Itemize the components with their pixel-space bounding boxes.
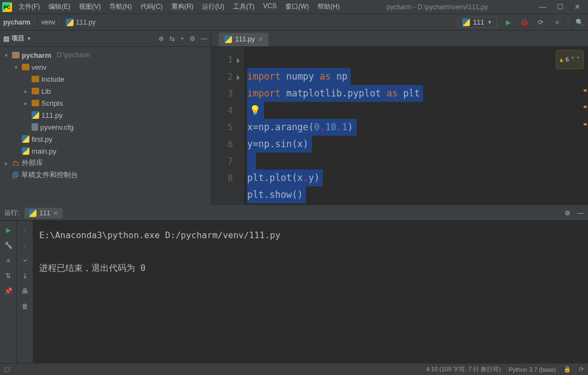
breadcrumb: pycharm 〉 venv 〉 111.py (3, 17, 95, 27)
minimize-button[interactable]: — (539, 3, 546, 11)
editor-tab-111[interactable]: 111.py ✕ (219, 33, 268, 46)
locate-button[interactable]: ⊕ (158, 35, 164, 43)
tree-file-main[interactable]: main.py (0, 145, 211, 157)
close-tab-button[interactable]: ✕ (53, 209, 58, 217)
status-bar: ▢ 4:10 (109 字符, 7 行 换行符) Python 3.7 (bas… (0, 363, 588, 375)
scroll-to-end-button[interactable]: ⤓ (22, 272, 28, 280)
warning-icon: ▲ (560, 51, 564, 68)
search-everywhere-button[interactable]: 🔍 (574, 17, 585, 28)
tree-label: first.py (32, 135, 52, 143)
inspection-badge[interactable]: ▲ 6 ˄ ˅ (556, 50, 584, 69)
status-interpreter[interactable]: Python 3.7 (base) (509, 366, 556, 373)
clear-button[interactable]: 🗑 (22, 303, 28, 310)
expand-all-button[interactable]: ⇆ (169, 35, 175, 43)
down-stack-button[interactable]: ↓ (23, 241, 27, 249)
hide-panel-button[interactable]: — (201, 35, 207, 43)
hide-panel-button[interactable]: — (577, 209, 584, 217)
menu-refactor[interactable]: 重构(R) (168, 0, 197, 14)
tree-file-pyvenv[interactable]: pyvenv.cfg (0, 121, 211, 133)
close-tab-button[interactable]: ✕ (258, 36, 263, 43)
tree-file-111[interactable]: 111.py (0, 109, 211, 121)
status-indicator-icon[interactable]: ⟳ (579, 366, 584, 373)
menu-window[interactable]: 窗口(W) (282, 0, 312, 14)
menu-vcs[interactable]: VCS (260, 0, 280, 14)
run-button[interactable]: ▶ (503, 17, 513, 28)
console-output[interactable]: E:\Anaconda3\python.exe D:/pycharm/venv/… (33, 221, 588, 363)
show-tool-windows-button[interactable]: ▢ (4, 366, 10, 373)
tree-venv[interactable]: ▾ venv (0, 61, 211, 73)
menu-tools[interactable]: 工具(T) (230, 0, 258, 14)
tree-scripts[interactable]: ▸ Scripts (0, 97, 211, 109)
lock-icon[interactable]: 🔒 (564, 366, 571, 373)
tree-file-first[interactable]: first.py (0, 133, 211, 145)
menu-code[interactable]: 代码(C) (137, 0, 166, 14)
stop-button[interactable]: ■ (6, 257, 10, 264)
gutter-run-icon[interactable]: ⏵ (235, 69, 242, 86)
pycharm-logo-icon: PC (2, 2, 12, 12)
tree-label: Scripts (41, 99, 63, 107)
error-stripe-mark[interactable] (584, 123, 587, 125)
intention-bulb-icon[interactable]: 💡 (249, 105, 261, 116)
project-panel-title: 项目 (11, 34, 24, 43)
code-token: numpy (280, 71, 320, 82)
code-editor[interactable]: 12345678 ⏵ ⏵ import numpy as np import m… (211, 47, 588, 205)
status-caret-position[interactable]: 4:10 (109 字符, 7 行 换行符) (426, 365, 501, 373)
rerun-button[interactable]: ▶ (6, 226, 11, 234)
maximize-button[interactable]: ☐ (557, 3, 564, 11)
settings-button[interactable]: ⚙ (565, 209, 571, 217)
settings-button[interactable]: ⚙ (189, 35, 195, 43)
chevron-down-icon: ▼ (487, 20, 492, 25)
run-tab[interactable]: 111 ✕ (24, 208, 63, 219)
error-stripe-mark[interactable] (584, 89, 587, 92)
menu-run[interactable]: 运行(U) (199, 0, 228, 14)
close-button[interactable]: ✕ (574, 3, 580, 11)
soft-wrap-button[interactable]: ⤶ (22, 257, 28, 264)
tree-external-libs[interactable]: ▸ 🗀 外部库 (0, 157, 211, 169)
menu-help[interactable]: 帮助(H) (314, 0, 343, 14)
folder-icon (32, 100, 39, 106)
menu-navigate[interactable]: 导航(N) (106, 0, 135, 14)
code-token: matplotlib.pyplot (280, 88, 386, 99)
gutter-run-icon[interactable]: ⏵ (235, 52, 242, 69)
layout-button[interactable]: ⇅ (5, 272, 11, 280)
collapse-all-button[interactable]: ÷ (180, 35, 184, 43)
menu-edit[interactable]: 编辑(E) (45, 0, 74, 14)
external-libs-icon: 🗀 (12, 159, 20, 167)
breadcrumb-venv[interactable]: venv (41, 19, 55, 26)
python-file-icon (462, 19, 470, 26)
breadcrumb-file[interactable]: 111.py (76, 19, 95, 26)
nav-next-icon[interactable]: ˅ (577, 51, 580, 68)
breadcrumb-root[interactable]: pycharm (3, 19, 30, 26)
run-config-selector[interactable]: 111 ▼ (457, 17, 497, 28)
print-button[interactable]: 🖶 (22, 287, 28, 295)
nav-prev-icon[interactable]: ˄ (571, 51, 574, 68)
editor-tab-label: 111.py (235, 35, 255, 43)
run-with-coverage-button[interactable]: ⟳ (535, 17, 546, 28)
tree-scratches[interactable]: 🗐 草稿文件和控制台 (0, 169, 211, 181)
error-stripe-mark[interactable] (584, 106, 587, 108)
menu-file[interactable]: 文件(F) (15, 0, 43, 14)
stop-button[interactable]: ■ (552, 17, 562, 28)
code-token: y=np.sin(x) (247, 138, 309, 149)
debug-button[interactable]: 🐞 (519, 17, 530, 28)
up-stack-button[interactable]: ↑ (23, 226, 27, 234)
tree-label: main.py (32, 147, 57, 155)
menu-view[interactable]: 视图(V) (76, 0, 104, 14)
tree-include[interactable]: Include (0, 73, 211, 85)
project-tool-window: ▤ 项目 ▼ ⊕ ⇆ ÷ ⚙ — ▾ pycharm D:\pycharm ▾ (0, 31, 211, 205)
code-token: import (247, 71, 280, 82)
editor-area: 111.py ✕ 12345678 ⏵ ⏵ import numpy as np… (211, 31, 588, 205)
main-menu: 文件(F) 编辑(E) 视图(V) 导航(N) 代码(C) 重构(R) 运行(U… (15, 0, 343, 14)
tree-label: venv (32, 63, 46, 71)
tree-project-root[interactable]: ▾ pycharm D:\pycharm (0, 49, 211, 61)
modify-run-button[interactable]: 🔧 (4, 241, 13, 249)
tree-lib[interactable]: ▸ Lib (0, 85, 211, 97)
run-panel-title: 运行: (4, 208, 19, 217)
code-token: 0 (314, 122, 320, 132)
code-token: plt.plot(x (247, 172, 303, 183)
chevron-down-icon[interactable]: ▼ (27, 36, 32, 41)
project-panel-icon: ▤ (3, 35, 9, 43)
warning-count: 6 (565, 51, 569, 68)
run-tab-label: 111 (39, 209, 50, 217)
pin-button[interactable]: 📌 (4, 287, 13, 295)
